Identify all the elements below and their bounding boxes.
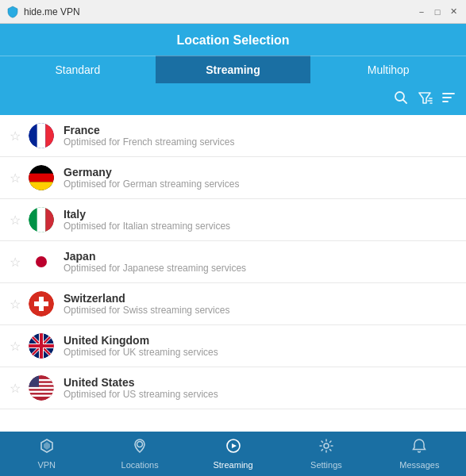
flag-switzerland bbox=[29, 291, 54, 317]
item-name: Italy bbox=[64, 208, 230, 221]
item-text: United Kingdom Optimised for UK streamin… bbox=[64, 334, 218, 358]
item-text: United States Optimised for US streaming… bbox=[64, 376, 218, 400]
nav-item-vpn[interactable]: VPN bbox=[0, 432, 93, 476]
nav-item-messages[interactable]: Messages bbox=[373, 432, 466, 476]
flag-italy bbox=[29, 207, 54, 232]
nav-item-locations[interactable]: Locations bbox=[93, 432, 186, 476]
svg-rect-44 bbox=[29, 395, 54, 397]
app-title: hide.me VPN bbox=[24, 6, 80, 17]
nav-label-messages: Messages bbox=[399, 460, 439, 470]
item-text: Italy Optimised for Italian streaming se… bbox=[64, 208, 230, 232]
item-description: Optimised for UK streaming services bbox=[64, 347, 218, 358]
item-text: Germany Optimised for German streaming s… bbox=[64, 166, 239, 190]
svg-rect-12 bbox=[45, 123, 54, 148]
app-logo-icon bbox=[6, 6, 19, 18]
bottom-nav: VPN Locations Streaming Settings Message… bbox=[0, 432, 466, 476]
title-bar: hide.me VPN − □ ✕ bbox=[0, 0, 466, 24]
svg-rect-20 bbox=[45, 207, 54, 232]
item-text: Japan Optimised for Japanese streaming s… bbox=[64, 250, 246, 274]
sort-icon[interactable] bbox=[441, 90, 456, 109]
list-item[interactable]: ☆ Italy Optimised for Italian streaming … bbox=[0, 199, 466, 241]
star-icon[interactable]: ☆ bbox=[10, 297, 21, 312]
item-name: France bbox=[64, 124, 234, 136]
item-description: Optimised for US streaming services bbox=[64, 389, 218, 400]
item-name: Japan bbox=[64, 250, 246, 263]
vpn-icon bbox=[39, 438, 55, 458]
item-name: United Kingdom bbox=[64, 334, 218, 347]
item-description: Optimised for French streaming services bbox=[64, 136, 234, 148]
svg-rect-11 bbox=[37, 123, 46, 148]
play-icon bbox=[225, 438, 241, 458]
close-button[interactable]: ✕ bbox=[447, 6, 460, 18]
item-description: Optimised for Italian streaming services bbox=[64, 221, 230, 232]
svg-rect-27 bbox=[34, 301, 48, 306]
star-icon[interactable]: ☆ bbox=[10, 339, 21, 354]
tab-standard[interactable]: Standard bbox=[0, 56, 156, 83]
svg-point-51 bbox=[324, 443, 329, 448]
list-item[interactable]: ☆ France Optimised for French streaming … bbox=[0, 115, 466, 157]
nav-label-settings: Settings bbox=[310, 460, 342, 470]
list-item[interactable]: ☆ Japan Optimised for Japanese streaming… bbox=[0, 241, 466, 283]
svg-point-23 bbox=[36, 256, 47, 267]
svg-rect-45 bbox=[29, 375, 39, 387]
list-item[interactable]: ☆ United Kingdom Optimised for UK stream… bbox=[0, 325, 466, 367]
nav-item-streaming[interactable]: Streaming bbox=[187, 432, 279, 476]
star-icon[interactable]: ☆ bbox=[10, 255, 21, 270]
nav-label-streaming: Streaming bbox=[213, 460, 252, 470]
flag-france bbox=[29, 123, 54, 148]
item-name: Switzerland bbox=[64, 292, 229, 305]
page-title: Location Selection bbox=[176, 33, 289, 48]
title-bar-controls[interactable]: − □ ✕ bbox=[415, 6, 460, 18]
svg-rect-42 bbox=[29, 387, 54, 389]
item-description: Optimised for Japanese streaming service… bbox=[64, 263, 246, 274]
svg-marker-50 bbox=[232, 443, 237, 448]
svg-point-48 bbox=[137, 442, 143, 447]
minimize-button[interactable]: − bbox=[415, 6, 428, 18]
flag-germany bbox=[29, 165, 54, 190]
svg-rect-16 bbox=[29, 182, 54, 190]
star-icon[interactable]: ☆ bbox=[10, 171, 21, 186]
list-item[interactable]: ☆ United States Optimised for US streami… bbox=[0, 367, 466, 409]
item-name: United States bbox=[64, 376, 218, 389]
flag-us bbox=[29, 375, 54, 401]
svg-line-1 bbox=[403, 99, 407, 103]
bell-icon bbox=[411, 438, 427, 458]
header: Location Selection Standard Streaming Mu… bbox=[0, 24, 466, 83]
item-name: Germany bbox=[64, 166, 239, 178]
nav-label-vpn: VPN bbox=[37, 460, 56, 470]
maximize-button[interactable]: □ bbox=[431, 6, 444, 18]
item-text: Switzerland Optimised for Swiss streamin… bbox=[64, 292, 229, 316]
tabs: Standard Streaming Multihop bbox=[0, 56, 466, 83]
toolbar bbox=[0, 83, 466, 115]
svg-rect-19 bbox=[37, 207, 46, 232]
gear-icon bbox=[318, 438, 334, 458]
flag-japan bbox=[29, 249, 54, 274]
list-item[interactable]: ☆ Germany Optimised for German streaming… bbox=[0, 157, 466, 199]
location-icon bbox=[132, 438, 148, 458]
item-description: Optimised for German streaming services bbox=[64, 178, 239, 190]
list-item[interactable]: ☆ Switzerland Optimised for Swiss stream… bbox=[0, 283, 466, 325]
star-icon[interactable]: ☆ bbox=[10, 213, 21, 228]
location-list: ☆ France Optimised for French streaming … bbox=[0, 115, 466, 432]
svg-marker-2 bbox=[419, 93, 430, 103]
flag-uk bbox=[29, 333, 54, 359]
item-description: Optimised for Swiss streaming services bbox=[64, 305, 229, 316]
item-text: France Optimised for French streaming se… bbox=[64, 124, 234, 148]
star-icon[interactable]: ☆ bbox=[10, 129, 21, 144]
search-icon[interactable] bbox=[393, 90, 409, 109]
svg-marker-47 bbox=[44, 442, 50, 450]
svg-rect-43 bbox=[29, 391, 54, 393]
tab-multihop[interactable]: Multihop bbox=[310, 56, 466, 83]
nav-label-locations: Locations bbox=[121, 460, 159, 470]
star-icon[interactable]: ☆ bbox=[10, 381, 21, 396]
nav-item-settings[interactable]: Settings bbox=[279, 432, 372, 476]
svg-rect-15 bbox=[29, 174, 54, 182]
title-bar-left: hide.me VPN bbox=[6, 6, 80, 18]
tab-streaming[interactable]: Streaming bbox=[156, 56, 311, 83]
svg-rect-37 bbox=[40, 333, 43, 359]
filter-icon[interactable] bbox=[417, 90, 433, 109]
